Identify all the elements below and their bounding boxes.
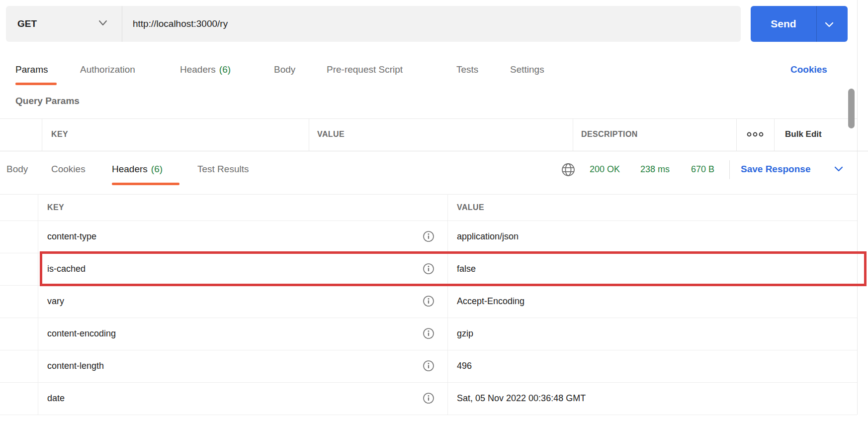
info-icon[interactable] <box>423 327 434 339</box>
tab-body-label: Body <box>274 64 295 75</box>
response-tab-cookies-label: Cookies <box>51 164 86 174</box>
header-row-key: content-length <box>47 350 104 382</box>
resp-column-value: VALUE <box>457 194 484 220</box>
tab-headers[interactable]: Headers(6) <box>180 59 231 81</box>
info-icon[interactable] <box>423 360 434 372</box>
header-row-key: vary <box>47 285 64 318</box>
send-button[interactable]: Send <box>751 6 848 42</box>
status-size-badge: 670 B <box>691 154 714 184</box>
method-selector[interactable]: GET <box>17 6 37 42</box>
globe-icon[interactable] <box>561 163 575 177</box>
tab-tests-label: Tests <box>456 64 478 75</box>
header-row-value: Accept-Encoding <box>457 285 524 318</box>
resp-row-border-5 <box>0 382 857 383</box>
send-button-label[interactable]: Send <box>751 6 816 42</box>
header-row-value: 496 <box>457 350 472 382</box>
header-row-value: application/json <box>457 220 519 253</box>
resp-row-border-3 <box>0 318 857 318</box>
response-tab-headers[interactable]: Headers(6) <box>112 154 163 184</box>
resp-table-bottom-border <box>0 415 857 415</box>
tab-pre-request-script[interactable]: Pre-request Script <box>327 59 403 81</box>
header-row-key: date <box>47 382 65 415</box>
header-row-key: content-type <box>47 220 96 253</box>
qp-column-key: KEY <box>51 118 68 150</box>
tab-headers-label: Headers <box>180 64 216 75</box>
tab-params[interactable]: Params <box>15 59 48 81</box>
response-tab-test-results[interactable]: Test Results <box>197 154 249 184</box>
resp-key-value-divider <box>447 194 448 415</box>
query-params-title: Query Params <box>15 90 80 112</box>
status-divider <box>729 160 730 179</box>
qp-column-description: DESCRIPTION <box>581 118 638 150</box>
cookies-link[interactable]: Cookies <box>790 59 827 81</box>
resp-gutter-divider <box>38 194 38 415</box>
panel-right-border <box>857 0 858 415</box>
response-tab-body[interactable]: Body <box>6 154 28 184</box>
send-chevron-down-icon[interactable] <box>823 21 835 28</box>
qp-divider-2 <box>309 118 309 151</box>
resp-table-top-border <box>0 194 857 195</box>
qp-divider-5 <box>774 118 775 151</box>
send-split-divider <box>816 6 817 42</box>
vertical-scrollbar-thumb[interactable] <box>848 89 855 128</box>
resp-header-bottom-border <box>0 220 857 221</box>
pane-splitter <box>0 151 868 151</box>
info-icon[interactable] <box>423 392 434 404</box>
qp-divider-1 <box>42 118 42 151</box>
tab-pre-request-script-label: Pre-request Script <box>327 64 403 75</box>
response-active-tab-underline <box>112 183 179 185</box>
response-tab-test-results-label: Test Results <box>197 164 249 174</box>
response-tab-cookies[interactable]: Cookies <box>51 154 86 184</box>
tab-settings[interactable]: Settings <box>510 59 544 81</box>
qp-column-value: VALUE <box>317 118 345 150</box>
resp-column-key: KEY <box>47 194 64 220</box>
method-chevron-down-icon[interactable] <box>97 19 108 26</box>
qp-table-top-border <box>0 118 857 119</box>
method-url-divider <box>122 6 122 42</box>
bulk-edit-button[interactable]: Bulk Edit <box>785 118 822 150</box>
status-time-badge: 238 ms <box>640 154 670 184</box>
rest-client-window: GET Send Params Authorization Headers(6)… <box>0 0 868 434</box>
response-tab-body-label: Body <box>6 164 28 174</box>
tab-authorization-label: Authorization <box>80 64 135 75</box>
tab-headers-count: (6) <box>219 64 231 75</box>
tab-settings-label: Settings <box>510 64 544 75</box>
tab-params-label: Params <box>15 64 48 75</box>
save-response-button[interactable]: Save Response <box>741 154 810 184</box>
response-tab-headers-count: (6) <box>151 164 163 174</box>
active-tab-underline <box>15 83 57 85</box>
highlight-box-is-cached-row <box>40 251 867 286</box>
tab-authorization[interactable]: Authorization <box>80 59 135 81</box>
resp-row-border-4 <box>0 350 857 350</box>
status-code-badge: 200 OK <box>590 154 620 184</box>
qp-divider-4 <box>736 118 737 151</box>
header-row-key: content-encoding <box>47 318 116 350</box>
save-response-chevron-down-icon[interactable] <box>833 166 844 173</box>
info-icon[interactable] <box>423 230 434 242</box>
info-icon[interactable] <box>423 295 434 307</box>
qp-divider-3 <box>573 118 573 151</box>
header-row-value: Sat, 05 Nov 2022 00:36:48 GMT <box>457 382 586 415</box>
three-dots-icon[interactable] <box>743 130 767 138</box>
url-input[interactable] <box>133 6 719 42</box>
tab-tests[interactable]: Tests <box>456 59 478 81</box>
tab-body[interactable]: Body <box>274 59 295 81</box>
header-row-value: gzip <box>457 318 473 350</box>
response-tab-headers-label: Headers <box>112 164 148 174</box>
